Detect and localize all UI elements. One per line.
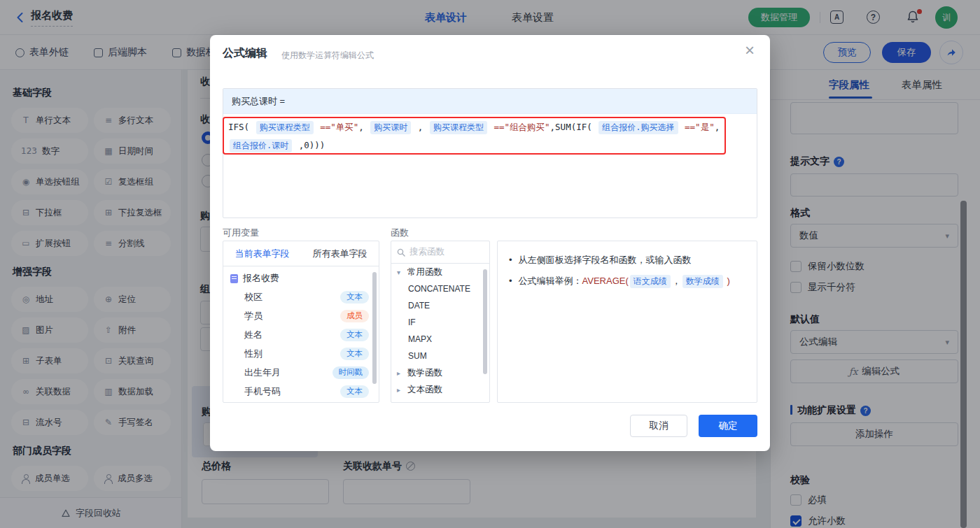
- field-token[interactable]: 购买课时: [370, 121, 411, 134]
- variable-item-4[interactable]: 出生年月时间戳: [223, 363, 379, 382]
- functions-label: 函数: [391, 227, 409, 239]
- variables-tabs: 当前表单字段 所有表单字段: [223, 241, 379, 266]
- field-type-badge: 文本: [340, 348, 369, 360]
- variable-item-6[interactable]: 文本: [223, 401, 379, 403]
- modal-subtitle: 使用数学运算符编辑公式: [281, 50, 374, 62]
- field-token[interactable]: 组合报价.购买选择: [598, 121, 678, 134]
- function-item-CONCATENATE[interactable]: CONCATENATE: [391, 280, 489, 297]
- formula-help-panel: 从左侧面板选择字段名和函数，或输入函数 公式编辑举例：AVERAGE(语文成绩，…: [497, 241, 757, 403]
- form-file-icon: [230, 274, 238, 283]
- function-group[interactable]: ▾常用函数: [391, 264, 489, 280]
- function-item-MAPX[interactable]: MAPX: [391, 331, 489, 348]
- tab-current-form-fields[interactable]: 当前表单字段: [223, 241, 301, 266]
- variables-list: 校区文本学员成员姓名文本性别文本出生年月时间戳手机号码文本文本: [223, 287, 379, 403]
- function-search[interactable]: 搜索函数: [391, 241, 489, 264]
- variables-scrollbar[interactable]: [372, 272, 377, 384]
- functions-panel: 搜索函数 ▾常用函数CONCATENATEDATEIFMAPXSUM▸数学函数▸…: [391, 241, 490, 403]
- field-type-badge: 成员: [340, 310, 369, 322]
- search-placeholder: 搜索函数: [410, 246, 444, 258]
- search-icon: [397, 248, 405, 257]
- variables-root-node[interactable]: 报名收费: [223, 266, 379, 287]
- tree-chevron-icon: ▸: [397, 386, 404, 394]
- tab-all-form-fields[interactable]: 所有表单字段: [301, 241, 379, 266]
- function-item-SUM[interactable]: SUM: [391, 348, 489, 364]
- tree-chevron-icon: ▾: [397, 269, 404, 276]
- cancel-button[interactable]: 取消: [630, 415, 687, 437]
- formula-result-label: 购买总课时 =: [223, 89, 757, 114]
- field-token[interactable]: 组合报价.课时: [230, 139, 292, 152]
- variable-item-0[interactable]: 校区文本: [223, 287, 379, 306]
- formula-editor-modal: 公式编辑 使用数学运算符编辑公式 购买总课时 = IFS( 购买课程类型 =="…: [210, 35, 770, 451]
- formula-editor-box: 购买总课时 = IFS( 购买课程类型 =="单买", 购买课时 , 购买课程类…: [223, 88, 757, 218]
- help-bullet-2: 公式编辑举例：AVERAGE(语文成绩，数学成绩 ): [509, 271, 746, 292]
- confirm-button[interactable]: 确定: [699, 415, 757, 437]
- field-type-badge: 时间戳: [332, 366, 370, 379]
- field-type-badge: 文本: [340, 291, 369, 304]
- function-item-DATE[interactable]: DATE: [391, 297, 489, 314]
- example-field-token: 语文成绩: [630, 275, 671, 288]
- function-group[interactable]: ▸数学函数: [391, 364, 489, 381]
- close-icon[interactable]: [745, 42, 755, 59]
- variable-item-1[interactable]: 学员成员: [223, 306, 379, 325]
- help-bullet-1: 从左侧面板选择字段名和函数，或输入函数: [509, 250, 746, 271]
- function-group[interactable]: ▸文本函数: [391, 381, 489, 398]
- formula-input[interactable]: IFS( 购买课程类型 =="单买", 购买课时 , 购买课程类型 =="组合购…: [228, 118, 721, 155]
- functions-scrollbar[interactable]: [483, 269, 487, 374]
- function-item-IF[interactable]: IF: [391, 314, 489, 331]
- field-type-badge: 文本: [340, 329, 369, 341]
- field-token[interactable]: 购买课程类型: [430, 121, 487, 134]
- field-token[interactable]: 购买课程类型: [256, 121, 314, 134]
- modal-title: 公式编辑: [223, 46, 267, 61]
- tree-chevron-icon: ▸: [397, 369, 404, 377]
- variables-panel: 当前表单字段 所有表单字段 报名收费 校区文本学员成员姓名文本性别文本出生年月时…: [223, 241, 379, 403]
- example-field-token: 数学成绩: [682, 275, 723, 288]
- functions-list: ▾常用函数CONCATENATEDATEIFMAPXSUM▸数学函数▸文本函数: [391, 264, 489, 398]
- variable-item-3[interactable]: 性别文本: [223, 344, 379, 363]
- variables-label: 可用变量: [223, 227, 259, 239]
- variable-item-5[interactable]: 手机号码文本: [223, 382, 379, 401]
- variable-item-2[interactable]: 姓名文本: [223, 325, 379, 344]
- field-type-badge: 文本: [340, 385, 369, 398]
